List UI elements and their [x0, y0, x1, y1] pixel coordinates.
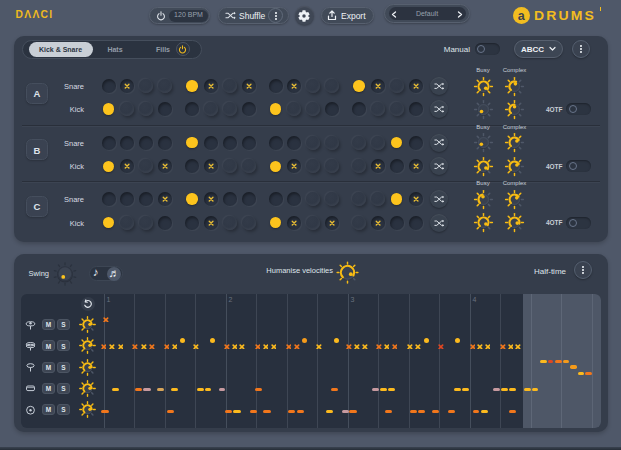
svg-text:a: a [518, 8, 526, 22]
